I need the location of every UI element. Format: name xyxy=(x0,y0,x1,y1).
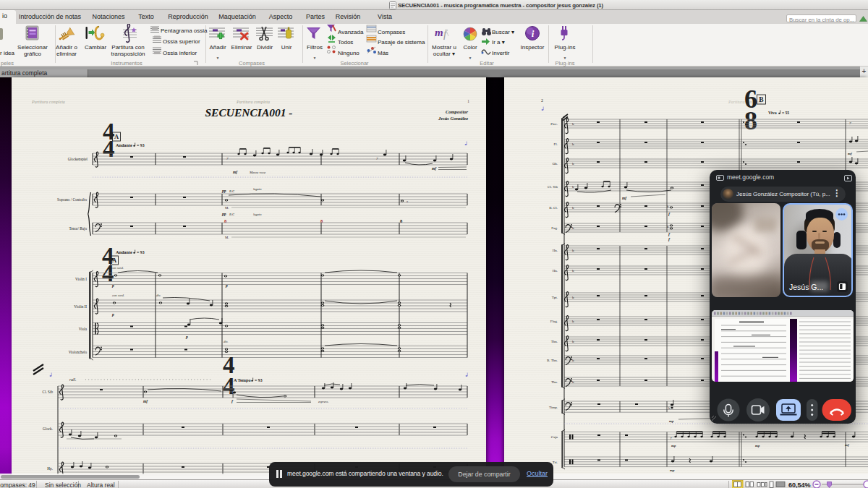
svg-text:Tba.: Tba. xyxy=(551,380,558,384)
svg-text:7: 7 xyxy=(226,157,229,160)
svg-text:Mezza voce: Mezza voce xyxy=(249,171,266,174)
svg-text:i: i xyxy=(532,28,535,39)
svg-text:div.: div. xyxy=(156,294,161,297)
svg-text:mp: mp xyxy=(755,444,760,448)
svg-text:Partitura completa: Partitura completa xyxy=(236,100,270,104)
svg-text:Jesús González: Jesús González xyxy=(438,116,468,121)
svg-text:4: 4 xyxy=(102,260,114,286)
svg-text:Violin I: Violin I xyxy=(75,277,87,281)
svg-text:Vivo: Vivo xyxy=(768,111,777,115)
svg-text:Fag.: Fag. xyxy=(551,226,558,230)
svg-text:1: 1 xyxy=(467,99,469,103)
svg-text:f: f xyxy=(668,232,671,236)
svg-text:Soprano / Contralto: Soprano / Contralto xyxy=(57,197,87,202)
svg-text:7: 7 xyxy=(849,121,851,125)
svg-text:B. Tbn.: B. Tbn. xyxy=(547,359,558,362)
svg-text:Cl. Sib: Cl. Sib xyxy=(43,390,54,394)
svg-text:Viola: Viola xyxy=(79,327,88,331)
svg-text:= 93: = 93 xyxy=(137,143,145,147)
svg-text:Caja: Caja xyxy=(551,435,558,439)
svg-text:7: 7 xyxy=(376,157,378,160)
svg-text:Timp.: Timp. xyxy=(549,406,558,409)
svg-text:= 55: = 55 xyxy=(782,111,789,115)
svg-text:p: p xyxy=(111,312,114,317)
svg-text:Hp.: Hp. xyxy=(47,466,53,471)
svg-text:Glockenspiel: Glockenspiel xyxy=(68,157,88,161)
svg-text:Hn.: Hn. xyxy=(553,249,558,252)
svg-text:Cl. Sib: Cl. Sib xyxy=(548,185,558,189)
svg-text:Andante: Andante xyxy=(116,142,132,147)
svg-text:m: m xyxy=(435,27,443,38)
svg-text:Fl.: Fl. xyxy=(554,142,558,146)
svg-text:B. Cl.: B. Cl. xyxy=(549,206,558,210)
svg-text:7: 7 xyxy=(670,437,672,440)
svg-text:SECUENCIA001 -: SECUENCIA001 - xyxy=(205,106,292,119)
svg-text:Hn.: Hn. xyxy=(553,269,558,273)
svg-text:legato: legato xyxy=(253,213,262,216)
svg-text:f: f xyxy=(443,28,448,40)
svg-text:Andante: Andante xyxy=(116,249,132,254)
svg-text:con sord.: con sord. xyxy=(111,266,124,270)
svg-text:div.: div. xyxy=(224,340,229,343)
svg-text:A: A xyxy=(112,257,117,264)
svg-text:p: p xyxy=(225,283,228,288)
svg-text:Picc.: Picc. xyxy=(550,122,558,126)
svg-text:Glock.: Glock. xyxy=(43,427,53,431)
svg-text:pp: pp xyxy=(221,189,226,193)
svg-text:= 93: = 93 xyxy=(137,250,145,254)
svg-text:Tri.: Tri. xyxy=(553,461,558,464)
svg-text:p: p xyxy=(111,283,114,288)
svg-text:mf: mf xyxy=(432,166,437,171)
svg-text:A Tempo: A Tempo xyxy=(234,377,251,382)
svg-text:mp: mp xyxy=(671,444,676,448)
svg-text:Compositor: Compositor xyxy=(446,109,469,114)
svg-text:f: f xyxy=(668,237,671,241)
svg-text:p: p xyxy=(185,335,188,339)
svg-text:Flag.: Flag. xyxy=(550,320,558,323)
svg-text:B.C: B.C xyxy=(229,189,235,193)
svg-text:rall.: rall. xyxy=(69,377,76,382)
svg-text:mp: mp xyxy=(670,468,675,472)
svg-text:2: 2 xyxy=(541,98,543,103)
svg-text:mp: mp xyxy=(669,419,674,423)
svg-text:= 93: = 93 xyxy=(255,378,263,382)
svg-text:Tenor/ Bajo: Tenor/ Bajo xyxy=(69,226,87,231)
svg-text:mf: mf xyxy=(622,196,627,200)
svg-text:4: 4 xyxy=(103,136,115,162)
svg-text:B: B xyxy=(759,96,764,103)
svg-text:Tbn.: Tbn. xyxy=(551,340,558,343)
svg-text:mf: mf xyxy=(143,399,148,403)
svg-text:mf: mf xyxy=(845,443,850,447)
svg-text:Ob.: Ob. xyxy=(553,162,558,166)
svg-text:Violin II: Violin II xyxy=(74,304,87,309)
svg-text:Partitura completa: Partitura completa xyxy=(31,100,65,104)
svg-text:o: o xyxy=(407,200,408,203)
svg-text:mf: mf xyxy=(233,170,238,174)
svg-text:espress.: espress. xyxy=(318,400,329,403)
svg-text:M.: M. xyxy=(225,236,229,239)
svg-text:f: f xyxy=(231,399,234,403)
svg-text:legato: legato xyxy=(253,187,262,191)
svg-text:8: 8 xyxy=(744,106,757,135)
svg-text:mf: mf xyxy=(848,152,853,155)
svg-text:Tpt.: Tpt. xyxy=(552,296,558,299)
svg-text:Violonchelo: Violonchelo xyxy=(69,350,88,354)
svg-text:A: A xyxy=(114,133,119,140)
svg-text:f: f xyxy=(668,212,671,216)
svg-text:con sord.: con sord. xyxy=(112,294,124,297)
svg-text:pp: pp xyxy=(221,212,226,216)
svg-text:B.C: B.C xyxy=(229,213,235,216)
svg-text:60,54%: 60,54% xyxy=(788,481,811,488)
svg-text:M.: M. xyxy=(225,206,229,210)
